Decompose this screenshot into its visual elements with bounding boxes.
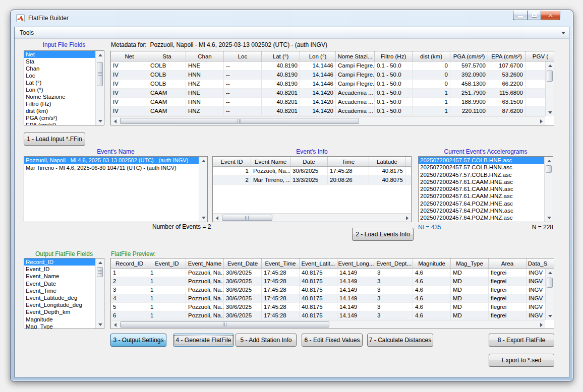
- list-item[interactable]: Event_Date: [24, 280, 104, 287]
- scroll-up-button[interactable]: [96, 258, 104, 267]
- list-item[interactable]: Event_Name: [24, 273, 104, 280]
- vertical-scrollbar[interactable]: [95, 258, 104, 329]
- column-header[interactable]: PGA (cm/s²): [450, 51, 488, 61]
- vertical-scrollbar[interactable]: [199, 157, 207, 222]
- column-header[interactable]: Event_Date: [224, 258, 262, 268]
- close-button[interactable]: [541, 11, 560, 20]
- table-row[interactable]: IVCOLBHNN--40.819014.1446Campi Flegre...…: [111, 71, 554, 80]
- vertical-scrollbar[interactable]: [544, 157, 553, 222]
- column-header[interactable]: Lat (°): [262, 51, 300, 61]
- column-header[interactable]: Event_Dept...: [375, 258, 413, 268]
- generate-flatfile-button[interactable]: 4 - Generate FlatFile: [173, 334, 234, 347]
- table-row[interactable]: 31Pozzuoli, Na...30/6/202517:45:2840.817…: [111, 286, 554, 294]
- scroll-right-button[interactable]: [403, 214, 411, 222]
- column-header[interactable]: Loc: [224, 51, 262, 61]
- scroll-down-button[interactable]: [199, 214, 208, 222]
- vertical-scrollbar[interactable]: [545, 269, 554, 320]
- list-item[interactable]: 2025072002457.57.COLB.HNN.asc: [419, 164, 553, 171]
- column-header[interactable]: Event_Name: [186, 258, 224, 268]
- scroll-right-button[interactable]: [537, 117, 545, 125]
- table-row[interactable]: 11Pozzuoli, Na...30/6/202517:45:2840.817…: [111, 269, 554, 277]
- edit-fixed-values-button[interactable]: 6 - Edit Fixed Values: [302, 334, 363, 347]
- scroll-down-button[interactable]: [545, 214, 553, 222]
- scroll-down-button[interactable]: [96, 320, 104, 329]
- table-row[interactable]: 2Mar Tirreno, ...13/3/202520:08:2640.807…: [213, 176, 411, 185]
- column-header[interactable]: Event_Latit...: [300, 258, 337, 268]
- column-header[interactable]: Sta: [148, 51, 186, 61]
- column-header[interactable]: PGV (: [526, 51, 554, 61]
- vertical-scrollbar[interactable]: [545, 61, 554, 116]
- column-header[interactable]: Event_ID: [148, 258, 186, 268]
- scroll-up-button[interactable]: [546, 269, 554, 277]
- table-row[interactable]: IVCOLBHNZ--40.819014.1446Campi Flegre...…: [111, 80, 554, 89]
- list-item[interactable]: Lon (°): [24, 86, 104, 93]
- column-header[interactable]: EPA (cm/s²): [488, 51, 526, 61]
- scrollbar-thumb[interactable]: [547, 278, 553, 288]
- column-header[interactable]: Event Name: [251, 157, 290, 166]
- list-item[interactable]: 2025072002457.64.POZM.HNN.asc: [419, 207, 553, 214]
- list-item[interactable]: 2025072002457.57.COLB.HNE.asc: [419, 157, 553, 164]
- column-header[interactable]: dist (km): [413, 51, 450, 61]
- add-station-info-button[interactable]: 5 - Add Station Info: [236, 334, 297, 347]
- list-item[interactable]: Pozzuoli, Napoli - Ml 4.6, 2025-03-13 00…: [24, 157, 207, 164]
- column-header[interactable]: Area: [489, 258, 527, 268]
- list-item[interactable]: Net: [24, 51, 104, 58]
- export-flatfile-button[interactable]: 8 - Export FlatFile: [489, 334, 554, 347]
- scrollbar-thumb[interactable]: [120, 321, 329, 328]
- output-settings-button[interactable]: 3 - Output Settings: [110, 334, 166, 347]
- scrollbar-thumb[interactable]: [120, 118, 359, 124]
- table-row[interactable]: 41Pozzuoli, Na...30/6/202517:45:2840.817…: [111, 294, 554, 303]
- column-header[interactable]: Data_S: [527, 258, 549, 268]
- list-item[interactable]: 2025072002457.61.CAAM.HNN.asc: [419, 185, 553, 192]
- scroll-up-button[interactable]: [546, 61, 554, 70]
- list-item[interactable]: dist (km): [24, 107, 104, 114]
- scroll-down-button[interactable]: [546, 108, 554, 116]
- scrollbar-thumb[interactable]: [546, 165, 552, 173]
- load-events-button[interactable]: 2 - Load Events Info: [352, 228, 414, 241]
- events-name-listbox[interactable]: Pozzuoli, Napoli - Ml 4.6, 2025-03-13 00…: [24, 156, 208, 222]
- column-header[interactable]: Nome Stazi...: [336, 51, 375, 61]
- column-header[interactable]: Chan: [186, 51, 224, 61]
- load-input-button[interactable]: 1 - Load Input *.FFin: [24, 133, 85, 146]
- column-header[interactable]: Net: [111, 51, 148, 61]
- scroll-up-button[interactable]: [545, 157, 553, 165]
- list-item[interactable]: Event_Depth_km: [24, 308, 104, 315]
- accelerograms-listbox[interactable]: 2025072002457.57.COLB.HNE.asc20250720024…: [418, 156, 553, 222]
- horizontal-scrollbar[interactable]: [111, 116, 545, 125]
- list-item[interactable]: PGA (cm/s²): [24, 114, 104, 121]
- column-header[interactable]: Time: [328, 157, 369, 166]
- list-item[interactable]: Lat (°): [24, 79, 104, 86]
- list-item[interactable]: EPA (cm/s²): [24, 121, 104, 125]
- table-row[interactable]: IVCAAMHNZ--40.820114.1420Accademia ...0.…: [111, 107, 554, 116]
- list-item[interactable]: Loc: [24, 72, 104, 79]
- scrollbar-thumb[interactable]: [97, 267, 103, 277]
- minimize-button[interactable]: [513, 11, 528, 20]
- list-item[interactable]: Mag_Type: [24, 323, 104, 329]
- column-header[interactable]: Magnitude: [413, 258, 451, 268]
- menu-overflow-arrow-icon[interactable]: [561, 32, 565, 34]
- column-header[interactable]: Event_Time: [262, 258, 300, 268]
- list-item[interactable]: 2025072002457.64.POZM.HNE.asc: [419, 200, 553, 207]
- table-row[interactable]: 1Pozzuoli, Na...30/6/202517:45:2840.8175: [213, 167, 411, 176]
- list-item[interactable]: 2025072002457.64.POZM.HNZ.asc: [419, 214, 553, 221]
- scrollbar-thumb[interactable]: [547, 71, 553, 82]
- column-header[interactable]: Record_ID: [111, 258, 148, 268]
- scroll-up-button[interactable]: [96, 51, 104, 59]
- list-item[interactable]: Nome Stazione: [24, 93, 104, 100]
- scroll-up-button[interactable]: [199, 157, 208, 165]
- list-item[interactable]: Event_Latitude_deg: [24, 294, 104, 301]
- column-header[interactable]: Latitude: [369, 157, 405, 166]
- input-fields-listbox[interactable]: NetStaChanLocLat (°)Lon (°)Nome Stazione…: [24, 50, 104, 125]
- scroll-left-button[interactable]: [213, 214, 221, 222]
- table-row[interactable]: 21Pozzuoli, Na...30/6/202517:45:2840.817…: [111, 277, 554, 286]
- scroll-down-button[interactable]: [96, 117, 104, 125]
- column-header[interactable]: Mag_Type: [451, 258, 489, 268]
- scroll-right-button[interactable]: [537, 320, 545, 329]
- column-header[interactable]: Date: [290, 157, 328, 166]
- export-sed-button[interactable]: Export to *.sed: [489, 354, 554, 367]
- column-header[interactable]: Lon (°): [300, 51, 336, 61]
- horizontal-scrollbar[interactable]: [213, 213, 411, 222]
- scroll-left-button[interactable]: [111, 117, 119, 125]
- table-row[interactable]: IVCOLBHNE--40.819014.1446Campi Flegre...…: [111, 61, 554, 71]
- calculate-distances-button[interactable]: 7 - Calculate Distances: [367, 334, 433, 347]
